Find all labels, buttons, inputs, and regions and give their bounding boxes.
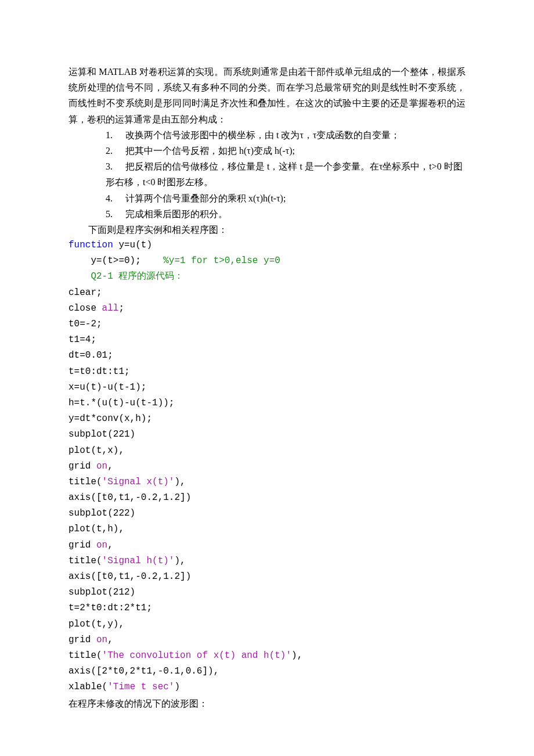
footer-paragraph: 在程序未修改的情况下的波形图： [68, 696, 466, 711]
code-text: ) [174, 682, 180, 692]
code-text: grid [68, 540, 96, 550]
code-text: plot(t,y), [68, 619, 124, 629]
code-text: plot(t,x), [68, 445, 124, 456]
list-text: 把其中一个信号反褶，如把 h(τ)变成 h(-τ); [125, 146, 295, 156]
code-text: ), [174, 477, 185, 487]
code-string: 'Signal h(t)' [102, 556, 175, 566]
code-text: dt=0.01; [68, 350, 113, 361]
list-number: 1. [106, 127, 125, 143]
code-text: , [107, 540, 113, 550]
code-string: 'The convolution of x(t) and h(t)' [102, 650, 291, 661]
code-string: all [102, 303, 119, 314]
code-string: 'Time t sec' [107, 682, 174, 692]
list-text: 计算两个信号重叠部分的乘积 x(τ)h(t-τ); [125, 193, 286, 203]
document-page: 运算和 MATLAB 对卷积运算的实现。而系统则通常是由若干部件或单元组成的一个… [0, 0, 534, 756]
code-text: title( [68, 650, 102, 661]
code-text: ), [291, 650, 302, 661]
code-text: clear; [68, 287, 102, 298]
list-item: 3.把反褶后的信号做移位，移位量是 t，这样 t 是一个参变量。在τ坐标系中，t… [106, 159, 466, 190]
code-block: function y=u(t) y=(t>=0); %y=1 for t>0,e… [68, 237, 466, 695]
code-text: t1=4; [68, 334, 96, 345]
list-number: 5. [106, 206, 125, 222]
code-text: y=(t>=0); [68, 255, 158, 266]
code-string: 'Signal x(t)' [102, 477, 175, 487]
code-text: axis([2*t0,2*t1,-0.1,0.6]), [68, 666, 219, 676]
code-text: t0=-2; [68, 319, 102, 329]
code-text: t=t0:dt:t1; [68, 366, 130, 377]
list-item: 1.改换两个信号波形图中的横坐标，由 t 改为τ，τ变成函数的自变量； [106, 127, 466, 143]
list-item: 4.计算两个信号重叠部分的乘积 x(τ)h(t-τ); [106, 190, 466, 206]
code-text: ), [174, 556, 185, 566]
code-text: xlable( [68, 682, 107, 692]
code-text: , [107, 635, 113, 645]
list-item: 5.完成相乘后图形的积分。 [106, 206, 466, 222]
code-string: on [96, 635, 107, 645]
code-text: , [107, 461, 113, 471]
ordered-list: 1.改换两个信号波形图中的横坐标，由 t 改为τ，τ变成函数的自变量； 2.把其… [68, 127, 466, 222]
code-text: axis([t0,t1,-0.2,1.2]) [68, 492, 191, 503]
code-text: grid [68, 461, 96, 471]
list-item: 2.把其中一个信号反褶，如把 h(τ)变成 h(-τ); [106, 143, 466, 159]
code-text: ; [118, 303, 124, 314]
code-text: title( [68, 477, 102, 487]
code-text: close [68, 303, 102, 314]
code-text: subplot(221) [68, 429, 135, 440]
list-text: 把反褶后的信号做移位，移位量是 t，这样 t 是一个参变量。在τ坐标系中，t>0… [106, 161, 463, 187]
code-comment: Q2-1 程序的源代码： [68, 271, 183, 282]
list-number: 4. [106, 190, 125, 206]
list-text: 改换两个信号波形图中的横坐标，由 t 改为τ，τ变成函数的自变量； [125, 130, 400, 140]
code-text: plot(t,h), [68, 524, 124, 534]
list-number: 3. [106, 159, 125, 174]
code-text: axis([t0,t1,-0.2,1.2]) [68, 571, 191, 582]
code-text: subplot(212) [68, 587, 135, 597]
after-list-paragraph: 下面则是程序实例和相关程序图： [68, 222, 466, 237]
code-string: on [96, 540, 107, 550]
code-text: title( [68, 556, 102, 566]
code-string: on [96, 461, 107, 471]
code-text: y=u(t) [113, 240, 152, 250]
code-text: subplot(222) [68, 508, 135, 519]
code-text: x=u(t)-u(t-1); [68, 382, 146, 393]
code-text: t=2*t0:dt:2*t1; [68, 603, 152, 613]
code-text: grid [68, 635, 96, 645]
list-number: 2. [106, 143, 125, 159]
code-text: y=dt*conv(x,h); [68, 413, 152, 424]
intro-paragraph: 运算和 MATLAB 对卷积运算的实现。而系统则通常是由若干部件或单元组成的一个… [68, 64, 466, 127]
code-comment: %y=1 for t>0,else y=0 [158, 255, 280, 266]
list-text: 完成相乘后图形的积分。 [125, 209, 228, 219]
code-text: h=t.*(u(t)-u(t-1)); [68, 398, 174, 408]
code-keyword: function [68, 240, 113, 250]
